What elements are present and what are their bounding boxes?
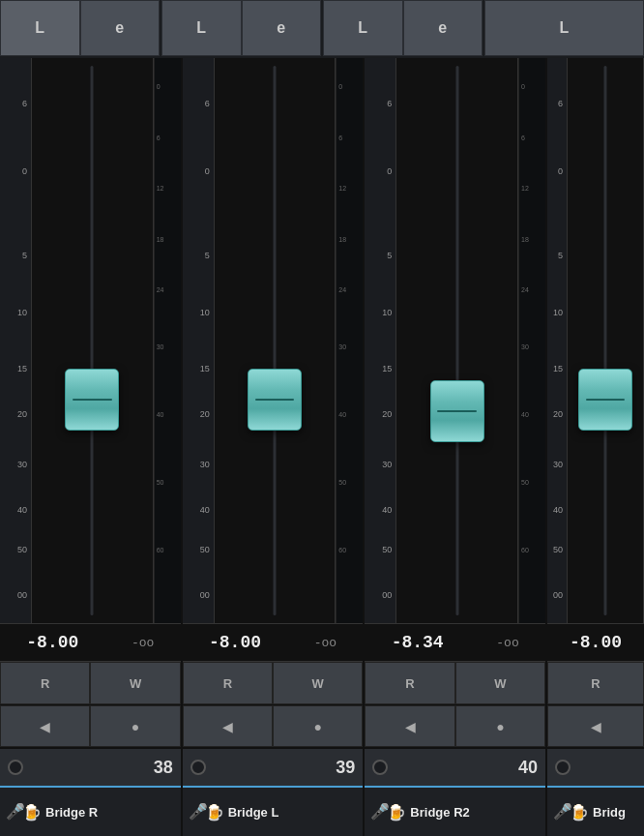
ch40-fader-track[interactable] [395,58,518,623]
ch38-label-row: 🎤 🍺 Bridge R [0,786,181,836]
ch38-record-button[interactable]: ● [90,705,180,747]
ch39-rewind-button[interactable]: ◀ [183,705,273,747]
ch39-indicator [190,760,206,775]
ch41-mic-icon: 🎤 [553,802,567,821]
ch39-number-row: 39 [183,749,364,786]
ch40-label-row: 🎤 🍺 Bridge R2 [365,786,545,836]
ch39-fader-track[interactable] [214,58,337,623]
ch40-level-display: -8.34 -oo [365,623,545,662]
ch39-fader-knob[interactable] [248,369,302,431]
ch38-scale-left: 6 0 5 10 15 20 30 40 50 00 [0,58,31,623]
ch39-mic-icon: 🎤 [189,802,202,821]
ch39-number: 39 [336,758,355,778]
ch38-name-area: 38 🎤 🍺 Bridge R [0,749,181,836]
ch39-fader-visual: 6 0 5 10 15 20 30 40 50 00 [183,58,364,623]
ch38-r-button[interactable]: R [0,662,90,704]
ch40-transport-buttons: ◀ ● [365,705,545,749]
ch41-fader-track[interactable] [567,58,644,623]
ch40-top: L [484,0,644,56]
ch37-l-button[interactable]: L [0,0,80,56]
ch39-beer-icon: 🍺 [205,803,224,821]
ch39-label: Bridge L [228,805,279,820]
ch38-fader-track[interactable] [31,58,154,623]
ch41-label-row: 🎤 🍺 Bridg [547,786,644,836]
ch37-top: L e [0,0,161,56]
ch40-level-secondary: -oo [496,636,518,650]
ch40-w-button[interactable]: W [455,662,545,704]
ch38-top: L e [161,0,323,56]
mixer-body: L e L e L e L 6 0 5 [0,0,644,836]
ch39-w-button[interactable]: W [273,662,363,704]
ch38-scale-right: 0 6 12 18 24 30 40 50 60 [154,58,181,623]
ch41-name-area: 🎤 🍺 Bridg [547,749,644,836]
ch38-level-secondary: -oo [132,636,154,650]
ch41-rewind-button[interactable]: ◀ [547,705,644,747]
ch39-top: L e [323,0,484,56]
ch40-beer-icon: 🍺 [387,803,406,821]
ch40-rw-buttons: R W [365,662,545,705]
ch41-scale-left: 6 0 5 10 15 20 30 40 50 00 [547,58,567,623]
channel-39: 6 0 5 10 15 20 30 40 50 00 [183,58,366,836]
ch39-record-button[interactable]: ● [273,705,363,747]
ch41-r-button[interactable]: R [547,662,644,704]
ch38-rewind-button[interactable]: ◀ [0,705,90,747]
ch41-fader-visual: 6 0 5 10 15 20 30 40 50 00 [547,58,644,623]
ch38-level-display: -8.00 -oo [0,623,181,662]
ch37-e-button[interactable]: e [80,0,161,56]
ch41-transport-buttons: ◀ [547,705,644,749]
ch39-transport-buttons: ◀ ● [183,705,364,749]
channel-41: 6 0 5 10 15 20 30 40 50 00 [547,58,644,836]
ch41-fader-knob[interactable] [578,369,632,431]
ch39-level-display: -8.00 -oo [183,623,364,662]
ch38-l-button[interactable]: L [161,0,242,56]
ch40-number-row: 40 [365,749,545,786]
ch41-label: Bridg [593,805,626,820]
ch38-number-row: 38 [0,749,181,786]
ch38-level-main: -8.00 [26,633,78,652]
ch39-level-main: -8.00 [209,633,261,652]
ch40-scale-left: 6 0 5 10 15 20 30 40 50 00 [365,58,395,623]
ch39-e-button[interactable]: e [403,0,483,56]
ch38-beer-icon: 🍺 [22,803,42,821]
ch40-level-main: -8.34 [392,633,444,652]
ch40-label: Bridge R2 [410,805,469,820]
ch38-indicator [8,760,23,775]
ch39-rw-buttons: R W [183,662,364,705]
channels-row: 6 0 5 10 15 20 30 40 50 00 [0,58,644,836]
ch38-number: 38 [154,758,173,778]
ch39-level-secondary: -oo [314,636,337,650]
ch39-scale-right: 0 6 12 18 24 30 40 50 60 [336,58,363,623]
ch38-label: Bridge R [45,805,98,820]
ch40-scale-right: 0 6 12 18 24 30 40 50 60 [518,58,545,623]
channel-40: 6 0 5 10 15 20 30 40 50 00 [365,58,547,836]
ch38-transport-buttons: ◀ ● [0,705,181,749]
ch40-fader-visual: 6 0 5 10 15 20 30 40 50 00 [365,58,545,623]
ch40-r-button[interactable]: R [365,662,454,704]
ch40-record-button[interactable]: ● [455,705,545,747]
ch40-indicator [372,760,388,775]
ch38-w-button[interactable]: W [90,662,180,704]
ch39-scale-left: 6 0 5 10 15 20 30 40 50 00 [183,58,214,623]
ch39-r-button[interactable]: R [183,662,273,704]
ch41-rw-buttons: R [547,662,644,705]
ch39-name-area: 39 🎤 🍺 Bridge L [183,749,364,836]
ch40-number: 40 [518,758,538,778]
ch39-l-button[interactable]: L [323,0,403,56]
ch41-level-display: -8.00 [547,623,644,662]
ch40-l-button[interactable]: L [484,0,644,56]
ch41-beer-icon: 🍺 [570,803,589,821]
ch40-name-area: 40 🎤 🍺 Bridge R2 [365,749,545,836]
ch39-label-row: 🎤 🍺 Bridge L [183,786,364,836]
ch41-level-main: -8.00 [570,633,622,652]
ch41-number-row [547,749,644,786]
ch38-e-button[interactable]: e [242,0,322,56]
ch40-rewind-button[interactable]: ◀ [365,705,454,747]
channel-38: 6 0 5 10 15 20 30 40 50 00 [0,58,183,836]
ch38-fader-knob[interactable] [65,369,119,431]
ch38-fader-visual: 6 0 5 10 15 20 30 40 50 00 [0,58,181,623]
ch40-fader-knob[interactable] [430,380,484,442]
ch38-mic-icon: 🎤 [6,802,19,821]
ch38-rw-buttons: R W [0,662,181,705]
top-buttons-row: L e L e L e L [0,0,644,58]
ch41-indicator [555,760,571,775]
